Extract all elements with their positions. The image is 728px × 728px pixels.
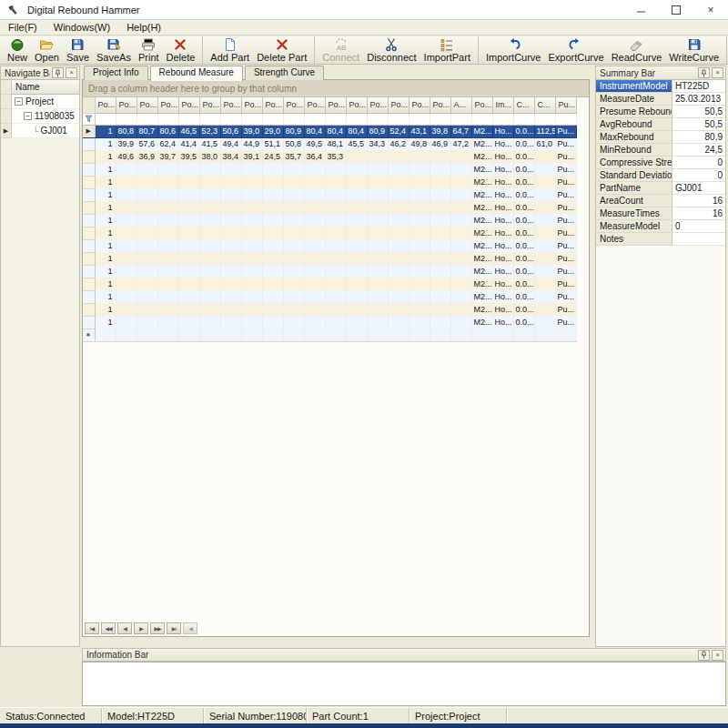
- grid-cell[interactable]: [409, 252, 430, 265]
- grid-cell[interactable]: 1: [95, 227, 116, 239]
- grid-cell-empty[interactable]: [157, 329, 178, 341]
- grid-cell[interactable]: M2...: [471, 227, 492, 239]
- grid-cell[interactable]: Pu...: [555, 201, 576, 214]
- grid-cell[interactable]: 0.0...: [513, 227, 534, 239]
- information-text-area[interactable]: [82, 662, 726, 706]
- grid-cell[interactable]: Ho...: [492, 125, 513, 137]
- grid-cell[interactable]: [388, 278, 409, 290]
- filter-cell[interactable]: [262, 113, 283, 125]
- grid-cell[interactable]: [262, 290, 283, 303]
- grid-cell[interactable]: 80,4: [325, 125, 346, 137]
- grid-cell[interactable]: 46,5: [178, 125, 199, 137]
- row-indicator[interactable]: [83, 214, 95, 227]
- grid-cell[interactable]: [241, 252, 262, 265]
- grid-cell[interactable]: [450, 188, 471, 201]
- grid-cell[interactable]: Ho...: [492, 150, 513, 163]
- grid-cell[interactable]: [346, 290, 367, 303]
- grid-cell[interactable]: [241, 303, 262, 316]
- grid-cell[interactable]: [283, 227, 304, 239]
- grid-cell[interactable]: 0.0...: [513, 252, 534, 265]
- grid-cell-empty[interactable]: [95, 329, 116, 341]
- grid-cell[interactable]: [116, 188, 136, 201]
- grid-cell[interactable]: M2...: [471, 201, 492, 214]
- grid-cell-empty[interactable]: [388, 329, 409, 341]
- grid-cell[interactable]: [241, 290, 262, 303]
- grid-cell[interactable]: [220, 290, 241, 303]
- filter-cell[interactable]: [513, 113, 534, 125]
- grid-cell[interactable]: M2...: [471, 252, 492, 265]
- grid-cell[interactable]: 80,6: [157, 125, 178, 137]
- grid-cell[interactable]: 80,7: [136, 125, 157, 137]
- grid-cell[interactable]: Ho...: [492, 188, 513, 201]
- row-indicator[interactable]: [83, 278, 95, 290]
- grid-cell[interactable]: 0.0...: [513, 303, 534, 316]
- grid-cell[interactable]: [199, 188, 220, 201]
- grid-cell-empty[interactable]: [534, 329, 555, 341]
- grid-cell[interactable]: 112,5: [534, 125, 555, 137]
- grid-cell[interactable]: [136, 188, 157, 201]
- grid-cell-empty[interactable]: [220, 329, 241, 341]
- grid-cell[interactable]: 0.0...: [513, 137, 534, 150]
- grid-cell[interactable]: [220, 265, 241, 278]
- tree-item-gj001[interactable]: ▶└GJ001: [1, 124, 79, 138]
- grid-cell[interactable]: 0.0...: [513, 239, 534, 252]
- open-button[interactable]: Open: [31, 36, 63, 64]
- grid-cell[interactable]: [388, 316, 409, 329]
- collapse-icon[interactable]: −: [15, 97, 23, 106]
- grid-cell[interactable]: [450, 163, 471, 176]
- filter-cell[interactable]: [178, 113, 199, 125]
- grid-cell[interactable]: [367, 303, 388, 316]
- filter-cell[interactable]: [116, 113, 136, 125]
- grid-cell[interactable]: [220, 278, 241, 290]
- grid-cell-empty[interactable]: [136, 329, 157, 341]
- row-indicator[interactable]: [83, 265, 95, 278]
- grid-cell[interactable]: Pu...: [555, 265, 576, 278]
- grid-cell[interactable]: [157, 303, 178, 316]
- grid-cell-empty[interactable]: [409, 329, 430, 341]
- menu-item-help-h[interactable]: Help(H): [118, 21, 169, 34]
- grid-cell-empty[interactable]: [304, 329, 325, 341]
- filter-cell[interactable]: [199, 113, 220, 125]
- grid-cell[interactable]: [346, 227, 367, 239]
- grid-cell[interactable]: M2...: [471, 125, 492, 137]
- grid-cell[interactable]: 0.0...: [513, 278, 534, 290]
- grid-cell[interactable]: [534, 201, 555, 214]
- summary-value[interactable]: 50,5: [672, 118, 725, 131]
- grid-cell[interactable]: 49,5: [304, 137, 325, 150]
- grid-cell[interactable]: Ho...: [492, 163, 513, 176]
- grid-cell[interactable]: [241, 239, 262, 252]
- grid-cell[interactable]: [388, 265, 409, 278]
- grid-cell[interactable]: Pu...: [555, 290, 576, 303]
- tree-item-project[interactable]: −Project: [1, 95, 79, 109]
- grid-cell[interactable]: [262, 316, 283, 329]
- grid-cell[interactable]: 1: [95, 188, 116, 201]
- grid-cell[interactable]: [346, 252, 367, 265]
- grid-cell-empty[interactable]: [471, 329, 492, 341]
- grid-cell[interactable]: [283, 278, 304, 290]
- grid-cell[interactable]: 35,3: [325, 150, 346, 163]
- row-indicator[interactable]: [83, 252, 95, 265]
- grid-cell[interactable]: [534, 163, 555, 176]
- grid-cell[interactable]: 0.0...: [513, 265, 534, 278]
- grid-cell[interactable]: [304, 303, 325, 316]
- filter-cell[interactable]: [409, 113, 430, 125]
- grid-cell[interactable]: 1: [95, 252, 116, 265]
- grid-cell[interactable]: Ho...: [492, 290, 513, 303]
- writecurve-button[interactable]: WriteCurve: [665, 36, 723, 64]
- grid-cell[interactable]: [430, 239, 450, 252]
- grid-cell[interactable]: Pu...: [555, 188, 576, 201]
- grid-cell[interactable]: [409, 188, 430, 201]
- summary-value[interactable]: 0: [672, 169, 725, 182]
- grid-cell[interactable]: [367, 214, 388, 227]
- grid-cell[interactable]: [430, 150, 450, 163]
- grid-cell[interactable]: Pu...: [555, 125, 576, 137]
- grid-cell[interactable]: 1: [95, 316, 116, 329]
- grid-cell[interactable]: [136, 227, 157, 239]
- collapse-icon[interactable]: −: [24, 112, 32, 120]
- grid-cell[interactable]: 1: [95, 239, 116, 252]
- grid-cell[interactable]: Pu...: [555, 278, 576, 290]
- grid-cell[interactable]: Pu...: [555, 316, 576, 329]
- grid-cell[interactable]: [388, 303, 409, 316]
- column-header-7[interactable]: Po...: [220, 97, 241, 113]
- grid-cell[interactable]: Pu...: [555, 163, 576, 176]
